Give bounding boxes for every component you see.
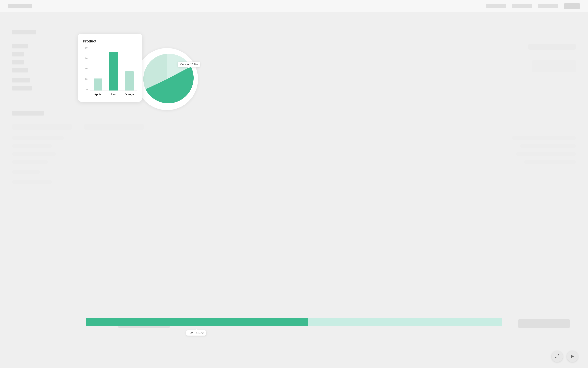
bg-block-r4 [524, 160, 576, 164]
sidebar-item-5 [12, 68, 28, 73]
bg-block-r2 [520, 144, 576, 148]
pie-wrapper: Orange: 26.7% [136, 48, 198, 110]
bg-block-1 [528, 44, 576, 50]
bar-label-orange: Orange [124, 93, 135, 96]
bar-pear [109, 52, 118, 91]
bg-block-2 [532, 60, 576, 72]
bar-group-pear [108, 52, 119, 91]
bg-block-9 [12, 170, 40, 174]
bar-apple [94, 78, 102, 91]
nav-tab-3 [538, 4, 558, 8]
svg-marker-2 [571, 355, 574, 358]
nav-logo [8, 4, 32, 9]
bg-block-r3 [516, 152, 576, 156]
bar-chart-area: 80 60 40 20 0 Apple Pear Orange [83, 47, 137, 97]
bg-block-10 [12, 180, 52, 184]
shrink-button[interactable] [552, 351, 563, 362]
bg-block-3 [12, 124, 72, 130]
y-label-60: 60 [85, 57, 88, 59]
nav-button [564, 3, 580, 9]
svg-line-1 [555, 357, 557, 358]
sidebar-item-1 [12, 30, 36, 34]
bar-label-pear: Pear [108, 93, 119, 96]
y-label-40: 40 [85, 67, 88, 70]
bottom-bar-fill [86, 318, 308, 326]
y-label-20: 20 [85, 78, 88, 80]
bg-block-6 [12, 144, 52, 148]
play-icon [570, 354, 575, 359]
bar-orange [125, 71, 134, 91]
sidebar-item-3 [12, 52, 24, 56]
sidebar-item-4 [12, 60, 24, 64]
sidebar-highlight [12, 111, 44, 116]
bottom-bar-tooltip: Pear: 53.3% [186, 330, 206, 336]
shrink-icon [555, 354, 560, 359]
bg-block-4 [84, 124, 144, 130]
top-navigation [0, 0, 588, 12]
bg-block-8 [12, 160, 48, 164]
bottom-right-buttons [552, 351, 578, 362]
svg-line-0 [558, 355, 559, 356]
pie-tooltip: Orange: 26.7% [178, 62, 200, 67]
bottom-bar-background: Pear: 53.3% [86, 318, 502, 326]
cta-block-2 [518, 319, 570, 328]
bar-label-apple: Apple [92, 93, 103, 96]
pie-svg [139, 51, 195, 107]
sidebar-item-2 [12, 44, 28, 48]
bar-group-orange [124, 71, 135, 91]
bg-block-7 [12, 152, 56, 156]
sidebar-item-7 [12, 86, 32, 91]
bar-chart-card: Product 80 60 40 20 0 Apple Pear Or [78, 34, 142, 102]
bar-labels: Apple Pear Orange [90, 93, 137, 96]
play-button[interactable] [567, 351, 578, 362]
nav-tab-1 [486, 4, 506, 8]
y-label-0: 0 [86, 88, 88, 91]
pie-chart-container: Orange: 26.7% [136, 48, 198, 110]
bar-group-apple [93, 78, 104, 91]
bars-container [90, 47, 137, 91]
y-axis: 80 60 40 20 0 [83, 47, 89, 91]
sidebar-item-6 [12, 78, 30, 83]
chart-title: Product [83, 39, 137, 44]
nav-tab-2 [512, 4, 532, 8]
bg-block-5 [12, 136, 64, 140]
bottom-bar-section: Pear: 53.3% [86, 318, 502, 326]
bg-block-r1 [512, 136, 576, 140]
y-label-80: 80 [85, 47, 88, 49]
